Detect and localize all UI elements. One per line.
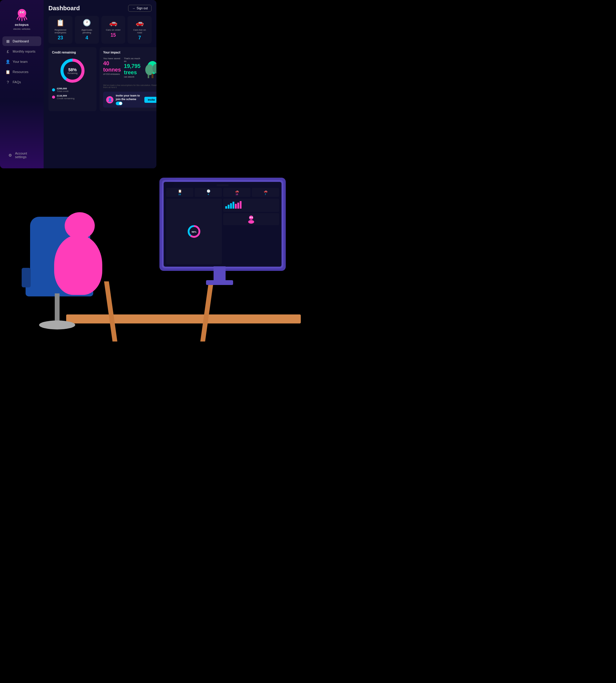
sidebar-item-monthly-reports[interactable]: £ Monthly reports <box>2 47 41 56</box>
legend-remaining-text: £116,909 Credit remaining <box>57 94 74 100</box>
donut-remaining-label: Remaining <box>67 72 77 74</box>
svg-rect-22 <box>240 201 242 209</box>
chair-pole <box>55 293 60 323</box>
approvals-pending-value: 4 <box>85 35 88 41</box>
tree-illustration <box>144 57 156 81</box>
your-team-icon: 👤 <box>5 59 10 64</box>
monthly-reports-icon: £ <box>5 49 10 54</box>
sidebar-label-monthly-reports: Monthly reports <box>13 50 36 53</box>
chair-base <box>39 320 75 329</box>
invite-main-text: Invite your team to join the scheme <box>116 94 142 101</box>
sidebar-label-resources: Resources <box>13 70 28 74</box>
svg-rect-16 <box>225 206 227 209</box>
sidebar-label-your-team: Your team <box>13 60 28 64</box>
mini-donut: 58% <box>166 199 222 264</box>
cars-on-order-icon: 🚗 <box>109 19 117 27</box>
registered-employees-icon: 📋 <box>56 19 64 27</box>
faqs-icon: ? <box>5 79 10 85</box>
dashboard-header: Dashboard → Sign out <box>48 5 152 12</box>
invite-toggle[interactable] <box>116 101 142 105</box>
stat-cars-live-on-road: 🚗 Cars live on road 7 <box>128 16 152 44</box>
mini-stat-4: 🚗7 <box>252 188 279 197</box>
cars-on-order-label: Cars on order <box>106 28 120 31</box>
registered-employees-label: Registered employees <box>51 28 69 34</box>
mini-donut-svg: 58% <box>186 224 201 239</box>
sidebar-item-your-team[interactable]: 👤 Your team <box>2 57 41 66</box>
monitor-screen: 📋23 🕐4 🚗15 🚗7 58% <box>163 182 282 267</box>
sidebar-item-faqs[interactable]: ? FAQs <box>2 77 41 87</box>
sidebar: octopus electric vehicles ⊞ Dashboard £ … <box>0 0 44 168</box>
legend-remaining: £116,909 Credit remaining <box>52 94 93 100</box>
svg-point-24 <box>248 220 254 224</box>
svg-text:58%: 58% <box>192 231 196 233</box>
svg-point-26 <box>251 217 252 218</box>
impact-card: Your impact You have saved 40 tonnes of … <box>100 47 156 111</box>
cars-live-value: 7 <box>138 35 141 41</box>
sidebar-item-dashboard[interactable]: ⊞ Dashboard <box>2 37 41 46</box>
desk-surface <box>66 315 301 323</box>
svg-point-3 <box>20 12 21 13</box>
mini-stat-3: 🚗15 <box>223 188 250 197</box>
toggle-background <box>116 101 123 105</box>
svg-point-25 <box>250 217 251 218</box>
desk-leg-left <box>104 281 117 342</box>
monitor-stand-base <box>206 280 233 285</box>
impact-trees: 19,795 trees <box>124 63 140 76</box>
legend-total-sub: Total credit <box>57 90 69 93</box>
sign-out-button[interactable]: → Sign out <box>128 5 152 12</box>
stat-cars-on-order: 🚗 Cars on order 15 <box>101 16 126 44</box>
mini-chart-svg <box>225 200 243 209</box>
impact-title: Your impact <box>103 51 156 54</box>
mini-stats-row: 📋23 🕐4 🚗15 🚗7 <box>166 188 279 197</box>
impact-absorb: can absorb <box>124 76 140 78</box>
sidebar-bottom: ⚙ Account settings <box>0 147 44 163</box>
mini-dashboard: 📋23 🕐4 🚗15 🚗7 58% <box>163 182 282 267</box>
svg-rect-20 <box>235 204 237 209</box>
invite-button[interactable]: Invite <box>145 97 156 103</box>
legend-remaining-dot <box>52 96 55 98</box>
donut-label: 58% Remaining <box>67 67 77 74</box>
stat-approvals-pending: 🕐 Approvals pending 4 <box>75 16 99 44</box>
mini-impact <box>223 199 279 212</box>
sidebar-item-account-settings[interactable]: ⚙ Account settings <box>5 149 39 161</box>
bottom-row: Credit remaining 58% Remaining <box>48 47 152 111</box>
svg-rect-21 <box>237 203 239 209</box>
donut-percentage: 58% <box>67 67 77 72</box>
sidebar-label-faqs: FAQs <box>13 80 21 84</box>
mini-person-card <box>223 213 279 225</box>
approvals-pending-label: Approvals pending <box>78 28 96 34</box>
legend-remaining-sub: Credit remaining <box>57 97 74 100</box>
credit-title: Credit remaining <box>52 51 93 54</box>
logo: octopus electric vehicles <box>0 5 44 37</box>
sidebar-label-account-settings: Account settings <box>15 152 36 159</box>
impact-saved-label: You have saved <box>103 57 121 60</box>
svg-rect-17 <box>228 205 229 209</box>
svg-rect-18 <box>230 203 232 209</box>
resources-icon: 📋 <box>5 69 10 74</box>
sign-out-label: Sign out <box>136 7 148 10</box>
impact-right: That's as much as 19,795 trees can absor… <box>124 57 140 81</box>
cars-live-label: Cars live on road <box>131 28 149 34</box>
dashboard-panel: octopus electric vehicles ⊞ Dashboard £ … <box>0 0 156 168</box>
impact-much-label: That's as much as <box>124 57 140 63</box>
mini-bottom-row: 58% <box>166 199 279 264</box>
credit-legend: £200,000 Total credit £116,909 Credit re… <box>52 87 93 100</box>
impact-left: You have saved 40 tonnes of CO2 emission… <box>103 57 121 81</box>
stats-row: 📋 Registered employees 23 🕐 Approvals pe… <box>48 16 152 44</box>
monitor-border: 📋23 🕐4 🚗15 🚗7 58% <box>162 180 283 269</box>
cars-on-order-value: 15 <box>110 32 116 38</box>
invite-avatar: 👤 <box>106 96 113 104</box>
impact-body: You have saved 40 tonnes of CO2 emission… <box>103 57 156 81</box>
legend-total-amount: £200,000 <box>57 87 67 90</box>
impact-note: We've made a few assumptions for this ca… <box>103 84 156 89</box>
stat-registered-employees: 📋 Registered employees 23 <box>48 16 72 44</box>
sidebar-item-resources[interactable]: 📋 Resources <box>2 67 41 77</box>
svg-point-4 <box>23 12 23 13</box>
legend-remaining-amount: £116,909 <box>57 94 67 97</box>
octopus-logo-icon <box>15 7 29 22</box>
svg-point-8 <box>145 64 154 75</box>
app-tagline: electric vehicles <box>13 28 30 30</box>
mini-stat-1: 📋23 <box>166 188 193 197</box>
invite-section: 👤 Invite your team to join the scheme In… <box>103 92 156 108</box>
mini-right-cards <box>223 199 279 264</box>
